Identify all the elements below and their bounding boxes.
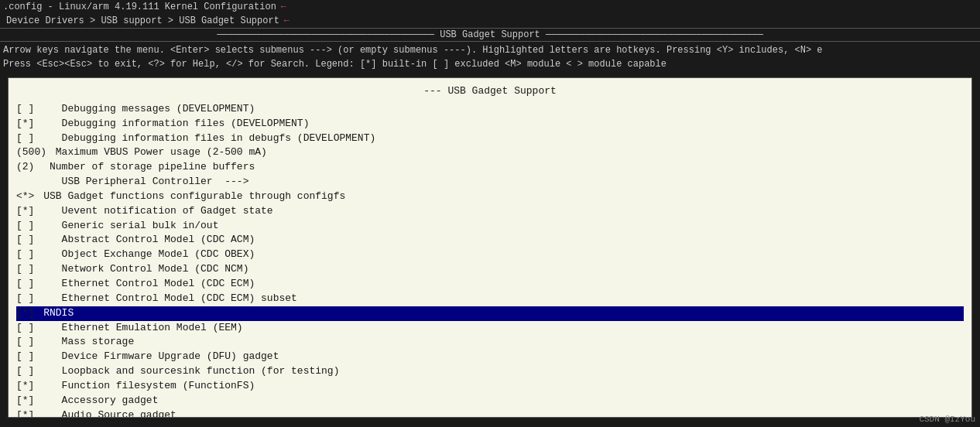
item-label: Number of storage pipeline buffers [37, 160, 255, 175]
item-label: USB Gadget functions configurable throug… [37, 190, 345, 204]
item-label: Network Control Model (CDC NCM) [37, 262, 248, 277]
item-label: Debugging messages (DEVELOPMENT) [37, 102, 255, 117]
breadcrumb-arrow: ← [281, 2, 286, 12]
menu-item[interactable]: USB Peripheral Controller ---> [16, 175, 964, 190]
item-prefix: [ ] [16, 335, 34, 350]
item-prefix: (2) [16, 160, 34, 175]
item-label: USB Peripheral Controller ---> [37, 175, 248, 190]
item-label: Ethernet Control Model (CDC ECM) [37, 277, 255, 292]
menu-item[interactable]: [ ] Debugging information files in debug… [16, 132, 964, 146]
item-label: Maximum VBUS Power usage (2-500 mA) [50, 145, 267, 160]
item-prefix: [*] [16, 204, 34, 219]
item-label: Debugging information files (DEVELOPMENT… [37, 117, 309, 132]
title-bar: ─────────────────────────────────────── … [0, 28, 980, 42]
item-prefix: [ ] [16, 219, 34, 234]
item-label: Generic serial bulk in/out [37, 219, 218, 234]
item-label: Audio Source gadget [37, 408, 176, 418]
menu-item[interactable]: (500) Maximum VBUS Power usage (2-500 mA… [16, 145, 964, 160]
item-prefix: [ ] [16, 350, 34, 364]
item-prefix: [ ] [16, 262, 34, 277]
item-prefix: [*] [16, 408, 34, 418]
menu-item[interactable]: [*] Debugging information files (DEVELOP… [16, 117, 964, 132]
breadcrumb-bar: Device Drivers > USB support > USB Gadge… [0, 14, 980, 28]
item-prefix: (500) [16, 145, 46, 160]
menu-item[interactable]: [ ] Network Control Model (CDC NCM) [16, 262, 964, 277]
menu-item[interactable]: [ ] Ethernet Emulation Model (EEM) [16, 321, 964, 336]
watermark: CSDN @IzYou [919, 415, 975, 424]
item-label: RNDIS [37, 306, 74, 321]
menu-item[interactable]: [*] Function filesystem (FunctionFS) [16, 379, 964, 394]
item-prefix [16, 175, 34, 190]
menu-item[interactable]: [*] Uevent notification of Gadget state [16, 204, 964, 219]
menu-item[interactable]: [ ] Mass storage [16, 335, 964, 350]
item-prefix: [ ] [16, 102, 34, 117]
breadcrumb: Device Drivers > USB support > USB Gadge… [6, 15, 279, 26]
menu-item[interactable]: <*> USB Gadget functions configurable th… [16, 190, 964, 204]
title-text: ─────────────────────────────────────── … [217, 29, 763, 40]
menu-item[interactable]: [*] Accessory gadget [16, 394, 964, 408]
menu-item[interactable]: [ ] Object Exchange Model (CDC OBEX) [16, 248, 964, 262]
menu-title: --- USB Gadget Support [16, 84, 964, 99]
menu-item[interactable]: [ ] Ethernet Control Model (CDC ECM) [16, 277, 964, 292]
item-label: Mass storage [37, 335, 134, 350]
item-prefix: [*] [16, 117, 34, 132]
breadcrumb-arrow2: ← [284, 15, 290, 26]
item-label: Debugging information files in debugfs (… [37, 132, 375, 146]
item-prefix: [*] [16, 394, 34, 408]
item-label: Uevent notification of Gadget state [37, 204, 272, 219]
menu-item[interactable]: [ ] Debugging messages (DEVELOPMENT) [16, 102, 964, 117]
menu-item[interactable]: (2) Number of storage pipeline buffers [16, 160, 964, 175]
item-prefix: [*] [16, 306, 34, 321]
menu-item[interactable]: [*] RNDIS [16, 306, 964, 321]
item-prefix: [ ] [16, 292, 34, 306]
menu-item[interactable]: [ ] Generic serial bulk in/out [16, 219, 964, 234]
item-label: Object Exchange Model (CDC OBEX) [37, 248, 255, 262]
item-label: Device Firmware Upgrade (DFU) gadget [37, 350, 279, 364]
item-prefix: [*] [16, 379, 34, 394]
item-prefix: [ ] [16, 248, 34, 262]
menu-item[interactable]: [ ] Loopback and sourcesink function (fo… [16, 364, 964, 379]
menu-item[interactable]: [ ] Device Firmware Upgrade (DFU) gadget [16, 350, 964, 364]
top-bar: .config - Linux/arm 4.19.111 Kernel Conf… [0, 0, 980, 14]
main-content: --- USB Gadget Support [ ] Debugging mes… [8, 77, 972, 418]
item-prefix: [ ] [16, 277, 34, 292]
info-line1: Arrow keys navigate the menu. <Enter> se… [3, 43, 977, 57]
item-prefix: [ ] [16, 321, 34, 336]
item-prefix: [ ] [16, 233, 34, 248]
info-bar: Arrow keys navigate the menu. <Enter> se… [0, 42, 980, 73]
item-label: Loopback and sourcesink function (for te… [37, 364, 339, 379]
config-title: .config - Linux/arm 4.19.111 Kernel Conf… [3, 2, 276, 12]
item-label: Abstract Control Model (CDC ACM) [37, 233, 255, 248]
menu-list: [ ] Debugging messages (DEVELOPMENT)[*] … [16, 102, 964, 418]
info-line2: Press <Esc><Esc> to exit, <?> for Help, … [3, 57, 977, 71]
item-label: Ethernet Emulation Model (EEM) [37, 321, 242, 336]
item-label: Accessory gadget [37, 394, 158, 408]
menu-item[interactable]: [*] Audio Source gadget [16, 408, 964, 418]
item-label: Function filesystem (FunctionFS) [37, 379, 255, 394]
menu-item[interactable]: [ ] Ethernet Control Model (CDC ECM) sub… [16, 292, 964, 306]
item-prefix: <*> [16, 190, 34, 204]
item-prefix: [ ] [16, 364, 34, 379]
item-label: Ethernet Control Model (CDC ECM) subset [37, 292, 296, 306]
item-prefix: [ ] [16, 132, 34, 146]
menu-item[interactable]: [ ] Abstract Control Model (CDC ACM) [16, 233, 964, 248]
